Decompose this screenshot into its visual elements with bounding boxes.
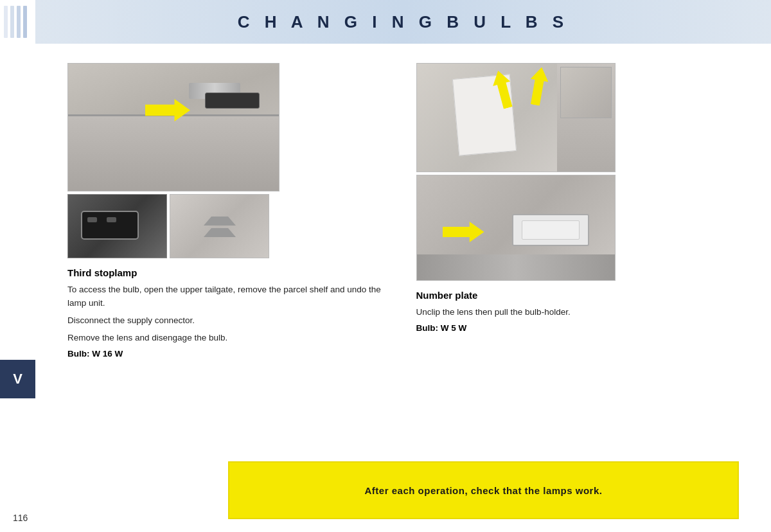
right-section-title: Number plate: [416, 290, 740, 301]
info-box-text: After each operation, check that the lam…: [365, 485, 603, 496]
page-header: C H A N G I N G B U L B S: [35, 0, 771, 44]
right-top-image: [416, 63, 616, 172]
left-sub-image-1: [67, 194, 167, 258]
arrow-right-2: [443, 222, 484, 242]
right-column: Number plate Unclip the lens then pull t…: [416, 63, 740, 359]
left-para-1: To access the bulb, open the upper tailg…: [67, 283, 391, 310]
stripe-bar-3: [17, 6, 21, 38]
right-bottom-image: [416, 175, 616, 281]
page-number: 116: [13, 513, 28, 523]
page-title: C H A N G I N G B U L B S: [238, 12, 569, 32]
stripe-bar-2: [10, 6, 14, 38]
left-para-3: Remove the lens and disengage the bulb.: [67, 332, 391, 345]
left-section-title: Third stoplamp: [67, 267, 391, 278]
section-v-label: V: [0, 360, 35, 398]
left-bulb-spec: Bulb: W 16 W: [67, 349, 391, 359]
arrow-up-2: [526, 66, 551, 107]
two-column-layout: Third stoplamp To access the bulb, open …: [67, 63, 739, 359]
left-section-text: Third stoplamp To access the bulb, open …: [67, 267, 391, 359]
left-sub-image-2: [170, 194, 269, 258]
right-section-text: Number plate Unclip the lens then pull t…: [416, 290, 740, 333]
right-bulb-spec: Bulb: W 5 W: [416, 323, 740, 333]
left-column: Third stoplamp To access the bulb, open …: [67, 63, 391, 359]
left-sub-images: [67, 194, 279, 258]
stripe-bar-1: [4, 6, 8, 38]
left-main-image-container: [67, 63, 279, 191]
left-para-2: Disconnect the supply connector.: [67, 314, 391, 328]
stripe-bar-4: [23, 6, 27, 38]
left-stripes: [0, 0, 35, 532]
main-content: Third stoplamp To access the bulb, open …: [35, 44, 771, 532]
info-box: After each operation, check that the lam…: [228, 461, 739, 519]
left-main-image: [67, 63, 279, 191]
stripe-top-group: [0, 0, 35, 44]
right-para-1: Unclip the lens then pull the bulb-holde…: [416, 306, 740, 319]
